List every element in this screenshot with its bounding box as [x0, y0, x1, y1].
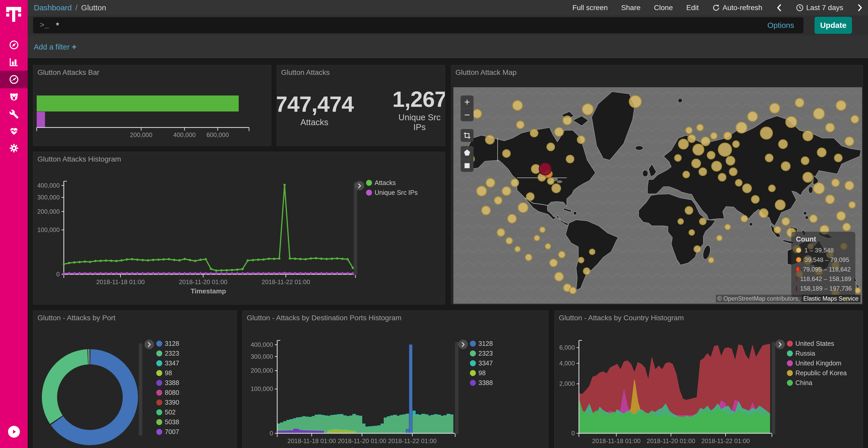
refresh-icon — [712, 4, 720, 12]
legend-item[interactable]: 5038 — [156, 417, 179, 427]
legend-item[interactable]: United Kingdom — [787, 358, 847, 368]
legend-item[interactable]: 2323 — [470, 348, 493, 358]
map-legend-item: 1 – 39,548 — [796, 245, 851, 255]
svg-text:Timestamp: Timestamp — [347, 446, 383, 448]
legend-toggle-chevron-icon[interactable] — [355, 181, 364, 191]
map-legend-range-label: 39,548 – 79,095 — [804, 256, 849, 264]
map-fit-control — [461, 129, 473, 142]
legend-item[interactable]: 3347 — [470, 358, 493, 368]
legend-color-dot — [366, 190, 372, 196]
legend-label: 3128 — [165, 340, 179, 347]
zoom-in-button[interactable]: + — [461, 96, 473, 108]
svg-text:600,000: 600,000 — [207, 131, 229, 138]
share-button[interactable]: Share — [621, 4, 641, 12]
legend-label: 3388 — [165, 379, 179, 387]
legend-item[interactable]: 8080 — [156, 388, 179, 398]
auto-refresh-button[interactable]: Auto-refresh — [712, 4, 762, 12]
legend-item[interactable]: 3347 — [156, 358, 179, 368]
legend-item[interactable]: 7007 — [156, 427, 179, 437]
legend-resizer[interactable] — [354, 182, 357, 275]
zoom-out-button[interactable]: − — [461, 108, 473, 121]
world-map[interactable]: + − Count 1 – 39,54839,548 – 79,09579,09… — [454, 87, 862, 304]
sidebar-item-dashboard[interactable] — [0, 71, 28, 88]
breadcrumb-dashboard-link[interactable]: Dashboard — [34, 3, 72, 12]
options-link[interactable]: Options — [768, 21, 794, 30]
legend-item[interactable]: 3388 — [156, 378, 179, 388]
sidebar-item-discover[interactable] — [0, 36, 28, 54]
sidebar-item-devtools[interactable] — [0, 105, 28, 123]
legend-toggle-chevron-icon[interactable] — [458, 340, 468, 349]
legend-label: China — [796, 379, 812, 387]
legend-item[interactable]: Republic of Korea — [787, 368, 847, 378]
heartbeat-icon — [9, 126, 19, 136]
chevron-right-icon — [857, 4, 863, 12]
legend-item[interactable]: 3388 — [470, 378, 493, 388]
legend-item[interactable]: China — [787, 378, 847, 388]
svg-text:0: 0 — [270, 430, 273, 437]
svg-text:400,000: 400,000 — [173, 131, 196, 138]
legend-label: United Kingdom — [796, 359, 841, 367]
legend-resizer[interactable] — [772, 342, 775, 435]
panel-title: Glutton Attacks Histogram — [37, 155, 121, 163]
map-legend-item: 79,095 – 118,642 — [796, 265, 851, 274]
legend-label: 5038 — [165, 418, 179, 426]
time-back-button[interactable] — [776, 4, 782, 12]
legend-item[interactable]: 2323 — [156, 348, 179, 358]
svg-text:2018-11-18 01:00: 2018-11-18 01:00 — [592, 438, 641, 444]
console-prompt-icon: >_ — [40, 21, 49, 30]
legend-label: 2323 — [165, 350, 179, 357]
elastic-maps-attribution[interactable]: Elastic Maps Service — [801, 295, 861, 303]
update-button[interactable]: Update — [814, 17, 852, 34]
metric-label: Unique Src IPs — [393, 112, 445, 132]
legend-item[interactable]: 98 — [470, 368, 493, 378]
osm-attribution[interactable]: © OpenStreetMap contributors, — [716, 295, 801, 303]
panel-attacks-histogram: Glutton Attacks Histogram 0100,000200,00… — [33, 152, 445, 305]
crop-fit-icon[interactable] — [461, 129, 473, 142]
legend-color-dot — [156, 419, 162, 425]
legend-item[interactable]: United States — [787, 339, 847, 348]
legend-color-dot — [470, 380, 476, 386]
map-legend-item: 158,189 – 197,736 — [796, 284, 851, 293]
sidebar-item-management[interactable] — [0, 139, 28, 157]
legend-item[interactable]: 3390 — [156, 398, 179, 407]
legend-item[interactable]: 98 — [156, 368, 179, 378]
legend-toggle-chevron-icon[interactable] — [775, 340, 785, 349]
legend-resizer[interactable] — [139, 343, 142, 436]
sidebar-item-monitoring[interactable] — [0, 122, 28, 140]
search-input[interactable]: >_ * Options — [33, 17, 803, 33]
sidebar-expand-button[interactable] — [8, 426, 20, 438]
map-draw-controls — [461, 146, 473, 172]
full-screen-button[interactable]: Full screen — [572, 4, 608, 12]
sidebar-item-visualize[interactable] — [0, 53, 28, 71]
panel-attacks-metric: Glutton Attacks 747,474 Attacks 1,267 Un… — [277, 65, 445, 146]
map-legend-range-label: 1 – 39,548 — [804, 247, 834, 254]
legend-item[interactable]: 3128 — [470, 339, 493, 348]
rectangle-draw-icon[interactable] — [461, 159, 473, 172]
legend-color-dot — [156, 360, 162, 366]
sidebar-item-tpot[interactable] — [0, 88, 28, 106]
clone-button[interactable]: Clone — [654, 4, 673, 12]
svg-text:2018-11-20 01:00: 2018-11-20 01:00 — [338, 438, 386, 444]
legend-toggle-chevron-icon[interactable] — [145, 340, 154, 349]
svg-text:100,000: 100,000 — [251, 385, 273, 392]
add-filter-button[interactable]: Add a filter + — [34, 42, 76, 51]
edit-button[interactable]: Edit — [686, 4, 699, 12]
svg-text:2018-11-18 01:00: 2018-11-18 01:00 — [287, 438, 336, 444]
wrench-icon — [9, 109, 19, 119]
legend-resizer[interactable] — [455, 342, 459, 435]
legend-item[interactable]: 502 — [156, 407, 179, 417]
panel-attacks-by-port: Glutton - Attacks by Port 31282323334798… — [33, 310, 237, 448]
map-legend-item: 39,548 – 79,095 — [796, 255, 851, 265]
legend-item[interactable]: Russia — [787, 348, 847, 358]
time-picker-button[interactable]: Last 7 days — [796, 4, 843, 12]
time-forward-button[interactable] — [857, 4, 863, 12]
panel-attacks-bar: Glutton Attacks Bar 200,000400,000600,00… — [33, 65, 271, 146]
legend-item[interactable]: Unique Src IPs — [366, 187, 418, 198]
legend-item[interactable]: 3128 — [156, 339, 179, 348]
polygon-draw-icon[interactable] — [461, 146, 473, 159]
legend-item[interactable]: Attacks — [366, 178, 418, 187]
metric-value: 1,267 — [393, 87, 445, 112]
legend-color-dot — [787, 360, 793, 366]
legend: United StatesRussiaUnited KingdomRepubli… — [787, 339, 847, 388]
legend-color-dot — [156, 370, 162, 376]
